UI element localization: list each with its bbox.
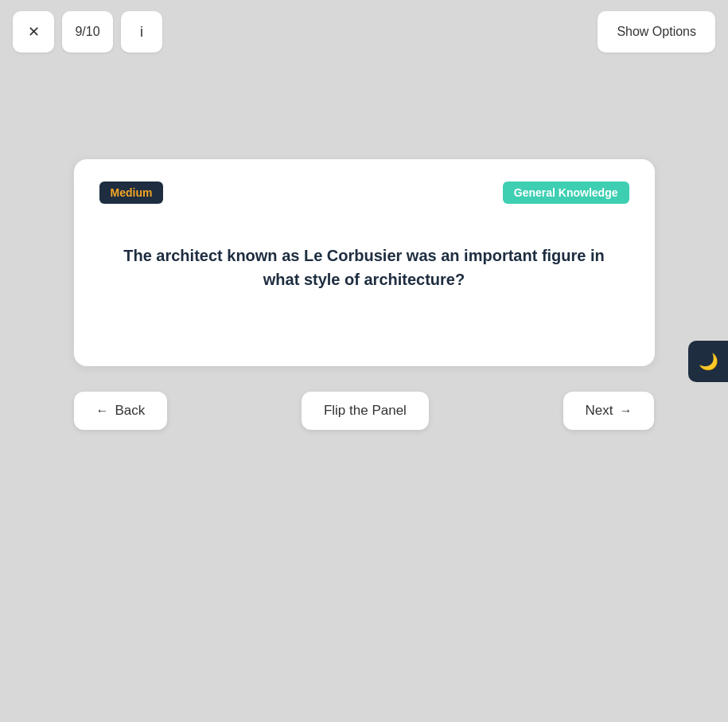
top-bar: ✕ 9/10 i Show Options: [0, 0, 728, 64]
dark-mode-toggle[interactable]: 🌙: [688, 341, 728, 382]
next-arrow-icon: →: [619, 404, 632, 418]
next-label: Next: [586, 403, 613, 419]
flip-label: Flip the Panel: [324, 403, 407, 419]
difficulty-tag: Medium: [99, 181, 164, 204]
back-button[interactable]: ← Back: [74, 392, 168, 430]
moon-icon: 🌙: [699, 352, 718, 371]
show-options-button[interactable]: Show Options: [598, 11, 715, 53]
bottom-nav: ← Back Flip the Panel Next →: [74, 392, 655, 430]
close-button[interactable]: ✕: [13, 11, 54, 53]
back-arrow-icon: ←: [96, 404, 109, 418]
info-button[interactable]: i: [121, 11, 162, 53]
main-content: Medium General Knowledge The architect k…: [0, 127, 728, 462]
progress-counter: 9/10: [62, 11, 113, 53]
category-tag: General Knowledge: [503, 181, 629, 204]
flashcard: Medium General Knowledge The architect k…: [74, 159, 655, 366]
card-tags: Medium General Knowledge: [99, 181, 629, 204]
card-question: The architect known as Le Corbusier was …: [99, 236, 629, 323]
next-button[interactable]: Next →: [563, 392, 655, 430]
back-label: Back: [115, 403, 146, 419]
flip-panel-button[interactable]: Flip the Panel: [302, 392, 429, 430]
